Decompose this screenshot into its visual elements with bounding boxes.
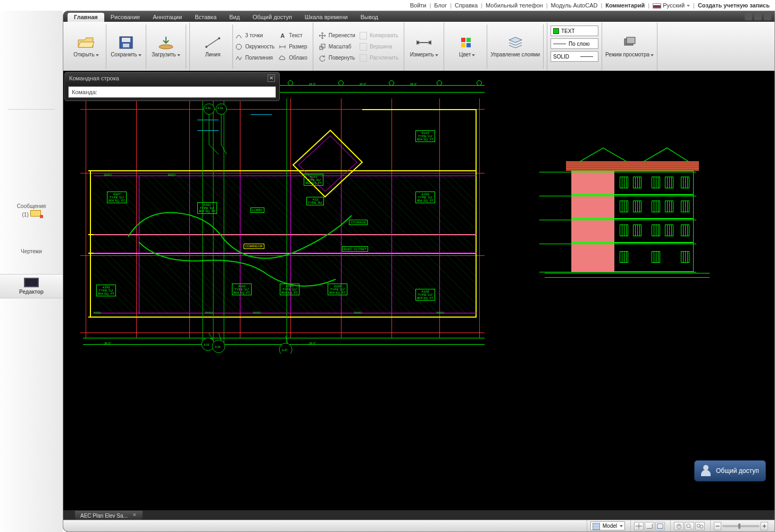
svg-point-6 [218,37,220,39]
move-icon [319,32,326,39]
scale-icon [319,43,326,51]
svg-rect-13 [466,43,471,47]
svg-rect-1 [122,38,130,42]
elevation-drawing [561,145,704,281]
layer-dropdown[interactable]: TEXT [551,26,598,36]
rotate-tool[interactable]: Повернуть [319,53,355,63]
polyline-icon [235,54,243,62]
close-tab-icon[interactable]: ✕ [132,513,137,518]
help-link[interactable]: Справка [455,2,478,9]
measure-tool[interactable]: Измерить [404,22,444,71]
elec-closet-label: ELEC. CLOSET [342,246,368,252]
copy-icon [360,32,367,39]
document-tab-label: AEC Plan Elev Sa... [80,513,128,519]
close-icon[interactable]: ✕ [268,74,275,82]
command-input[interactable]: Команда: [68,86,276,98]
sidebar-drawings[interactable]: Чертежи [0,248,63,254]
svg-point-31 [700,525,703,528]
text-tool[interactable]: AТекст [279,31,307,40]
svg-line-4 [206,38,219,47]
comment-link[interactable]: Комментарий [605,2,645,9]
scale-tool[interactable]: Масштаб [319,42,355,52]
ortho-button[interactable] [645,522,654,530]
undo-button[interactable] [745,13,752,20]
login-link[interactable]: Войти [410,2,427,9]
tab-view[interactable]: Вид [223,13,246,22]
color-tool[interactable]: Цвет [447,24,487,69]
view-mode-icon [621,36,639,49]
zoom-slider[interactable] [722,525,760,527]
tab-annotate[interactable]: Аннотации [146,13,188,22]
sidebar-editor[interactable]: Редактор [0,274,63,298]
room-label: A109TYPE '1U'804 SQ. FT [415,192,435,203]
pan-button[interactable] [674,522,684,530]
tab-home[interactable]: Главная [68,13,104,22]
floor-plan-drawing: A107TYPE '1U'804 SQ. FT A101TYPE '1U'804… [64,77,501,354]
room-label: A111TYPE '3U'954 SQ. FT [304,174,323,186]
move-tool[interactable]: Перенести [319,31,355,40]
tab-draw[interactable]: Рисование [104,13,146,22]
command-line-window[interactable]: Командная строка ✕ Команда: [64,72,280,101]
text-icon: A [279,32,286,39]
open-button[interactable]: Открыть [66,24,106,69]
cloud-icon [279,54,286,62]
language-selector[interactable]: Русский [653,2,690,9]
snap-grid-button[interactable] [634,522,644,530]
svg-point-3 [159,45,173,49]
layer-manager[interactable]: Управление слоями [487,24,544,69]
color-palette-icon [458,36,476,49]
osnap-button[interactable] [655,522,665,530]
circle-icon [235,43,243,51]
svg-rect-15 [627,37,635,44]
messages-count: (1) [22,212,28,218]
dimension-tool[interactable]: Размер [279,42,307,52]
drawing-canvas[interactable]: Командная строка ✕ Команда: [63,71,774,510]
autocad-module-link[interactable]: Модуль AutoCAD [551,2,598,9]
line-tool[interactable]: Линия [193,24,233,69]
tab-insert[interactable]: Вставка [188,13,223,22]
sidebar-messages[interactable]: Сообщения (1) [0,203,63,218]
redo-button[interactable] [754,13,762,20]
top-header: Войти| Блог| Справка| Мобильный телефон|… [0,0,775,11]
vertex-tool[interactable]: Вершина [360,42,398,52]
zoom-in-button[interactable] [761,522,768,530]
tab-timeline[interactable]: Шкала времени [298,13,354,22]
tab-share[interactable]: Общий доступ [246,13,298,22]
document-tab[interactable]: AEC Plan Elev Sa... ✕ [75,511,143,520]
view-mode-button[interactable]: Режим просмотра [602,22,657,71]
zoom-out-button[interactable] [714,522,721,530]
room-label: A107TYPE '1U'804 SQ. FT [107,192,127,203]
cloud-tool[interactable]: Облако [279,53,307,63]
load-button[interactable]: Загрузить [146,24,186,69]
lineweight-dropdown[interactable]: SOLID [551,51,598,62]
linetype-dropdown[interactable]: По слою [551,38,598,49]
model-space-dropdown[interactable]: Model [590,521,625,530]
room-label: A105TYPE '1U'804 SQ. FT [280,284,299,295]
zoom-extents-button[interactable] [695,522,705,530]
line-icon [204,36,222,49]
share-button[interactable]: Общий доступ [694,460,766,481]
polyline-tool[interactable]: Полилиния [235,53,274,63]
copy-tool[interactable]: Копировать [360,31,398,40]
room-label: A103TYPE '1U'804 SQ. FT [96,285,116,296]
corridor-label: CORRIDOR [244,244,264,249]
circle-tool[interactable]: Окружность [235,42,274,52]
room-label: A108TYPE '1U'804 SQ. FT [415,289,435,301]
ribbon-toolbar: Открыть Сохранить Загрузить Линия 3 точк… [63,22,774,71]
create-account-link[interactable]: Создать учетную запись [698,2,770,9]
messages-label: Сообщения [0,203,63,209]
room-label: A101TYPE '1U'804 SQ. FT [197,202,217,214]
svg-rect-11 [466,38,471,42]
mobile-link[interactable]: Мобильный телефон [486,2,543,9]
blog-link[interactable]: Блог [434,2,447,9]
svg-point-7 [236,44,241,49]
tab-output[interactable]: Вывод [354,13,385,22]
flag-icon [653,3,661,9]
app-help-button[interactable] [764,13,771,20]
arc-3points-tool[interactable]: 3 точки [235,31,274,40]
editor-icon [24,278,39,287]
folder-open-icon [77,36,95,49]
zoom-button[interactable] [685,522,694,530]
explode-tool[interactable]: Расчленить [360,53,398,63]
save-button[interactable]: Сохранить [106,24,146,69]
